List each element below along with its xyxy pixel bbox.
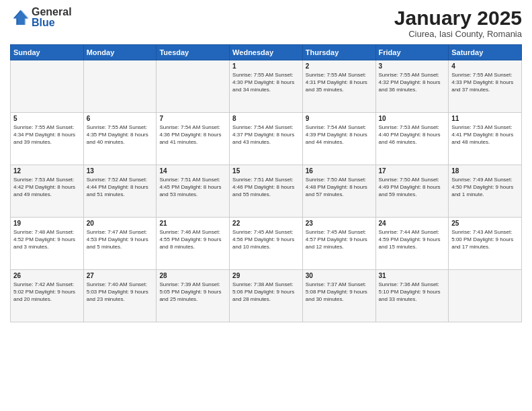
- col-thursday: Thursday: [302, 45, 375, 60]
- calendar-cell: 1Sunrise: 7:55 AM Sunset: 4:30 PM Daylig…: [230, 60, 303, 113]
- calendar-cell: 5Sunrise: 7:55 AM Sunset: 4:34 PM Daylig…: [11, 113, 84, 165]
- calendar-cell: [11, 60, 84, 113]
- calendar-cell: 4Sunrise: 7:55 AM Sunset: 4:33 PM Daylig…: [449, 60, 522, 113]
- calendar-cell: 28Sunrise: 7:39 AM Sunset: 5:05 PM Dayli…: [157, 270, 230, 322]
- day-number: 6: [87, 115, 154, 122]
- day-number: 19: [13, 220, 81, 227]
- calendar-week-1: 1Sunrise: 7:55 AM Sunset: 4:30 PM Daylig…: [11, 60, 522, 113]
- calendar-week-2: 5Sunrise: 7:55 AM Sunset: 4:34 PM Daylig…: [11, 113, 522, 165]
- calendar-cell: 26Sunrise: 7:42 AM Sunset: 5:02 PM Dayli…: [11, 270, 84, 322]
- day-info: Sunrise: 7:49 AM Sunset: 4:50 PM Dayligh…: [451, 176, 519, 199]
- day-number: 16: [306, 167, 373, 175]
- day-number: 4: [451, 62, 519, 70]
- day-info: Sunrise: 7:53 AM Sunset: 4:41 PM Dayligh…: [451, 124, 519, 146]
- logo-blue: Blue: [32, 17, 72, 28]
- day-number: 31: [379, 272, 446, 279]
- month-title: January 2025: [394, 7, 522, 29]
- day-info: Sunrise: 7:53 AM Sunset: 4:42 PM Dayligh…: [13, 176, 81, 199]
- day-number: 30: [306, 272, 373, 279]
- day-number: 2: [306, 62, 373, 70]
- day-number: 17: [379, 167, 446, 175]
- logo-general: General: [32, 7, 72, 17]
- calendar-cell: 7Sunrise: 7:54 AM Sunset: 4:36 PM Daylig…: [157, 113, 230, 165]
- calendar-week-3: 12Sunrise: 7:53 AM Sunset: 4:42 PM Dayli…: [11, 165, 522, 218]
- day-info: Sunrise: 7:40 AM Sunset: 5:03 PM Dayligh…: [87, 281, 154, 304]
- col-sunday: Sunday: [11, 45, 84, 60]
- calendar-cell: 13Sunrise: 7:52 AM Sunset: 4:44 PM Dayli…: [83, 165, 157, 218]
- calendar-cell: 20Sunrise: 7:47 AM Sunset: 4:53 PM Dayli…: [83, 218, 157, 270]
- calendar-cell: 10Sunrise: 7:53 AM Sunset: 4:40 PM Dayli…: [375, 113, 449, 165]
- day-number: 9: [306, 115, 373, 122]
- calendar-cell: [83, 60, 157, 113]
- day-number: 15: [232, 167, 300, 175]
- col-wednesday: Wednesday: [230, 45, 303, 60]
- calendar-cell: 11Sunrise: 7:53 AM Sunset: 4:41 PM Dayli…: [449, 113, 522, 165]
- day-number: 27: [87, 272, 154, 279]
- calendar-cell: 29Sunrise: 7:38 AM Sunset: 5:06 PM Dayli…: [230, 270, 303, 322]
- calendar-cell: 24Sunrise: 7:44 AM Sunset: 4:59 PM Dayli…: [375, 218, 449, 270]
- calendar-cell: 25Sunrise: 7:43 AM Sunset: 5:00 PM Dayli…: [449, 218, 522, 270]
- calendar-cell: 16Sunrise: 7:50 AM Sunset: 4:48 PM Dayli…: [302, 165, 375, 218]
- calendar-cell: 3Sunrise: 7:55 AM Sunset: 4:32 PM Daylig…: [375, 60, 449, 113]
- calendar-cell: 22Sunrise: 7:45 AM Sunset: 4:56 PM Dayli…: [230, 218, 303, 270]
- calendar-cell: 8Sunrise: 7:54 AM Sunset: 4:37 PM Daylig…: [230, 113, 303, 165]
- day-number: 24: [379, 220, 446, 227]
- calendar-table: Sunday Monday Tuesday Wednesday Thursday…: [10, 44, 522, 322]
- day-info: Sunrise: 7:54 AM Sunset: 4:37 PM Dayligh…: [232, 124, 300, 146]
- day-number: 14: [159, 167, 226, 175]
- day-number: 12: [13, 167, 81, 175]
- day-info: Sunrise: 7:46 AM Sunset: 4:55 PM Dayligh…: [159, 228, 226, 251]
- calendar-cell: 30Sunrise: 7:37 AM Sunset: 5:08 PM Dayli…: [302, 270, 375, 322]
- logo-icon: [10, 8, 29, 27]
- day-info: Sunrise: 7:54 AM Sunset: 4:36 PM Dayligh…: [159, 124, 226, 146]
- day-number: 3: [379, 62, 446, 70]
- day-info: Sunrise: 7:43 AM Sunset: 5:00 PM Dayligh…: [451, 228, 519, 251]
- calendar-cell: [449, 270, 522, 322]
- day-info: Sunrise: 7:51 AM Sunset: 4:45 PM Dayligh…: [159, 176, 226, 199]
- day-info: Sunrise: 7:54 AM Sunset: 4:39 PM Dayligh…: [306, 124, 373, 146]
- location-subtitle: Ciurea, Iasi County, Romania: [394, 29, 522, 39]
- day-number: 1: [232, 62, 300, 70]
- day-info: Sunrise: 7:45 AM Sunset: 4:57 PM Dayligh…: [306, 228, 373, 251]
- day-info: Sunrise: 7:39 AM Sunset: 5:05 PM Dayligh…: [159, 281, 226, 304]
- day-number: 21: [159, 220, 226, 227]
- day-info: Sunrise: 7:55 AM Sunset: 4:30 PM Dayligh…: [232, 71, 300, 94]
- header-row: Sunday Monday Tuesday Wednesday Thursday…: [11, 45, 522, 60]
- day-number: 7: [159, 115, 226, 122]
- day-number: 18: [451, 167, 519, 175]
- day-info: Sunrise: 7:45 AM Sunset: 4:56 PM Dayligh…: [232, 228, 300, 251]
- day-info: Sunrise: 7:55 AM Sunset: 4:33 PM Dayligh…: [451, 71, 519, 94]
- calendar-cell: 14Sunrise: 7:51 AM Sunset: 4:45 PM Dayli…: [157, 165, 230, 218]
- day-number: 8: [232, 115, 300, 122]
- day-info: Sunrise: 7:37 AM Sunset: 5:08 PM Dayligh…: [306, 281, 373, 304]
- day-info: Sunrise: 7:55 AM Sunset: 4:32 PM Dayligh…: [379, 71, 446, 94]
- col-friday: Friday: [375, 45, 449, 60]
- calendar-cell: 12Sunrise: 7:53 AM Sunset: 4:42 PM Dayli…: [11, 165, 84, 218]
- logo: General Blue: [10, 7, 72, 28]
- calendar-cell: 21Sunrise: 7:46 AM Sunset: 4:55 PM Dayli…: [157, 218, 230, 270]
- calendar-week-4: 19Sunrise: 7:48 AM Sunset: 4:52 PM Dayli…: [11, 218, 522, 270]
- day-info: Sunrise: 7:55 AM Sunset: 4:35 PM Dayligh…: [87, 124, 154, 146]
- calendar-cell: 15Sunrise: 7:51 AM Sunset: 4:46 PM Dayli…: [230, 165, 303, 218]
- calendar-cell: 27Sunrise: 7:40 AM Sunset: 5:03 PM Dayli…: [83, 270, 157, 322]
- calendar-cell: 6Sunrise: 7:55 AM Sunset: 4:35 PM Daylig…: [83, 113, 157, 165]
- calendar-cell: [157, 60, 230, 113]
- day-info: Sunrise: 7:55 AM Sunset: 4:31 PM Dayligh…: [306, 71, 373, 94]
- day-info: Sunrise: 7:47 AM Sunset: 4:53 PM Dayligh…: [87, 228, 154, 251]
- day-info: Sunrise: 7:38 AM Sunset: 5:06 PM Dayligh…: [232, 281, 300, 304]
- col-saturday: Saturday: [449, 45, 522, 60]
- calendar-cell: 18Sunrise: 7:49 AM Sunset: 4:50 PM Dayli…: [449, 165, 522, 218]
- calendar-cell: 19Sunrise: 7:48 AM Sunset: 4:52 PM Dayli…: [11, 218, 84, 270]
- col-tuesday: Tuesday: [157, 45, 230, 60]
- logo-text: General Blue: [32, 7, 72, 28]
- day-number: 5: [13, 115, 81, 122]
- day-info: Sunrise: 7:44 AM Sunset: 4:59 PM Dayligh…: [379, 228, 446, 251]
- header: General Blue January 2025 Ciurea, Iasi C…: [10, 7, 522, 39]
- page: General Blue January 2025 Ciurea, Iasi C…: [0, 0, 532, 411]
- calendar-week-5: 26Sunrise: 7:42 AM Sunset: 5:02 PM Dayli…: [11, 270, 522, 322]
- day-info: Sunrise: 7:52 AM Sunset: 4:44 PM Dayligh…: [87, 176, 154, 199]
- day-number: 22: [232, 220, 300, 227]
- day-number: 28: [159, 272, 226, 279]
- day-info: Sunrise: 7:36 AM Sunset: 5:10 PM Dayligh…: [379, 281, 446, 304]
- day-info: Sunrise: 7:50 AM Sunset: 4:48 PM Dayligh…: [306, 176, 373, 199]
